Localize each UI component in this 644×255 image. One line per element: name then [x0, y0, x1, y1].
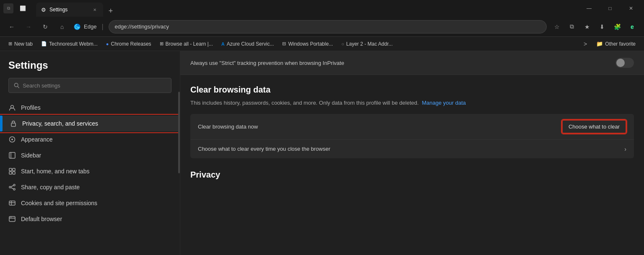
maximize-btn[interactable]: □ — [600, 2, 620, 15]
azure-icon: A — [221, 41, 225, 46]
sidebar-title: Settings — [0, 59, 180, 78]
choose-what-to-clear-btn[interactable]: Choose what to clear — [562, 120, 626, 134]
tab-close-btn[interactable]: ✕ — [91, 6, 98, 13]
bookmark-azure[interactable]: A Azure Cloud Servic... — [218, 40, 278, 48]
svg-rect-8 — [9, 168, 12, 171]
azure-label: Azure Cloud Servic... — [227, 41, 274, 47]
bookmark-technoresult[interactable]: 📄 Technoresult Webm... — [38, 40, 101, 48]
clear-browsing-now-row[interactable]: Clear browsing data now Choose what to c… — [190, 114, 634, 140]
clear-browsing-desc: This includes history, passwords, cookie… — [190, 99, 634, 107]
settings-tab-icon: ⚙ — [41, 7, 46, 13]
appearance-icon — [8, 136, 16, 143]
search-icon — [14, 82, 19, 88]
new-tab-label: New tab — [14, 41, 33, 47]
sidebar-item-default-browser[interactable]: Default browser — [0, 211, 180, 227]
bookmark-layer2[interactable]: ○ Layer 2 - Mac Addr... — [338, 40, 396, 48]
favorites-btn[interactable]: ☆ — [550, 20, 564, 33]
windows-portable-label: Windows Portable... — [288, 41, 333, 47]
sidebar-item-start-home[interactable]: Start, home, and new tabs — [0, 163, 180, 179]
svg-point-13 — [9, 186, 11, 188]
bookmarks-bar: ⊞ New tab 📄 Technoresult Webm... ● Chrom… — [0, 37, 644, 51]
clear-now-label: Clear browsing data now — [198, 124, 258, 130]
svg-rect-11 — [13, 172, 15, 174]
technoresult-icon: 📄 — [41, 41, 47, 46]
new-tab-icon: ⊞ — [8, 41, 12, 46]
sidebar-item-share-copy[interactable]: Share, copy and paste — [0, 179, 180, 195]
navbar: ← → ↻ ⌂ Edge | edge://settings/privacy ☆… — [0, 17, 644, 37]
tracking-prevention-toggle[interactable] — [615, 58, 634, 68]
bookmark-chrome-releases[interactable]: ● Chrome Releases — [103, 40, 155, 48]
bookmark-new-tab[interactable]: ⊞ New tab — [5, 40, 36, 48]
sidebar: Settings Profiles Privacy, search, and s… — [0, 51, 180, 255]
default-browser-label: Default browser — [21, 216, 62, 222]
sidebar-item-appearance[interactable]: Appearance — [0, 131, 180, 147]
bookmark-browse-all[interactable]: ⊞ Browse all - Learn |... — [156, 40, 216, 48]
cookies-label: Cookies and site permissions — [21, 200, 97, 206]
search-settings-input[interactable] — [23, 82, 166, 89]
browse-all-icon: ⊞ — [160, 41, 164, 46]
svg-rect-3 — [11, 123, 16, 126]
edge-logo-icon — [73, 23, 81, 31]
appearance-label: Appearance — [21, 136, 53, 143]
cookies-icon — [8, 199, 16, 207]
bookmark-windows-portable[interactable]: ⊟ Windows Portable... — [279, 40, 336, 48]
browser-essentials-btn[interactable]: e — [626, 20, 639, 33]
profiles-icon — [8, 104, 16, 111]
forward-btn[interactable]: → — [22, 20, 35, 33]
start-home-icon — [8, 167, 16, 175]
technoresult-label: Technoresult Webm... — [49, 41, 98, 47]
clear-on-close-label: Choose what to clear every time you clos… — [198, 146, 330, 152]
svg-rect-10 — [9, 172, 12, 174]
chrome-icon: ● — [106, 41, 109, 46]
refresh-btn[interactable]: ↻ — [39, 20, 52, 33]
browse-all-label: Browse all - Learn |... — [166, 41, 213, 47]
default-browser-icon — [8, 215, 16, 223]
clear-browsing-title: Clear browsing data — [190, 85, 634, 95]
svg-point-12 — [13, 184, 15, 186]
layer2-icon: ○ — [341, 41, 344, 46]
tab-overview-btn[interactable]: ⬜ — [16, 2, 29, 15]
svg-point-5 — [11, 139, 13, 140]
svg-point-23 — [11, 217, 12, 218]
svg-line-15 — [11, 185, 13, 187]
sidebar-scrollbar[interactable] — [178, 92, 180, 173]
collections-btn[interactable]: ★ — [580, 20, 594, 33]
sidebar-item-sidebar[interactable]: Sidebar — [0, 147, 180, 163]
svg-rect-9 — [13, 168, 15, 171]
privacy-title: Privacy — [190, 170, 634, 180]
content-area: Always use "Strict" tracking prevention … — [180, 51, 644, 255]
bookmark-other-favorites[interactable]: 📁 Other favorite — [593, 39, 639, 48]
folder-icon: 📁 — [596, 41, 603, 47]
share-copy-label: Share, copy and paste — [21, 184, 80, 191]
extensions-btn[interactable]: 🧩 — [610, 20, 624, 33]
sidebar-item-cookies[interactable]: Cookies and site permissions — [0, 195, 180, 211]
sidebar-item-privacy[interactable]: Privacy, search, and services — [0, 116, 180, 131]
tracking-prevention-label: Always use "Strict" tracking prevention … — [190, 60, 344, 66]
address-text: edge://settings/privacy — [115, 23, 169, 30]
chevron-right-icon: › — [624, 146, 626, 152]
bookmarks-more-btn[interactable]: > — [581, 39, 589, 49]
downloads-btn[interactable]: ⬇ — [595, 20, 609, 33]
search-box[interactable] — [8, 78, 171, 93]
address-bar[interactable]: edge://settings/privacy — [109, 20, 547, 33]
clear-on-close-row[interactable]: Choose what to clear every time you clos… — [190, 140, 634, 158]
svg-line-16 — [11, 188, 13, 189]
other-favorites-label: Other favorite — [605, 41, 636, 47]
close-btn[interactable]: ✕ — [621, 2, 641, 15]
new-tab-btn[interactable]: + — [105, 5, 117, 17]
svg-line-1 — [18, 86, 19, 88]
settings-tab[interactable]: ⚙ Settings ✕ — [36, 3, 103, 17]
settings-tab-label: Settings — [49, 7, 68, 13]
minimize-btn[interactable]: — — [579, 2, 599, 15]
split-screen-btn[interactable]: ⧉ — [565, 20, 579, 33]
previous-tabs-btn[interactable]: ⧉ — [3, 3, 13, 13]
profiles-label: Profiles — [21, 104, 41, 111]
sidebar-icon — [8, 152, 16, 159]
home-btn[interactable]: ⌂ — [55, 20, 69, 33]
manage-your-data-link[interactable]: Manage your data — [422, 100, 466, 106]
titlebar: ⧉ ⬜ ⚙ Settings ✕ + — □ ✕ — [0, 0, 644, 17]
sidebar-item-profiles[interactable]: Profiles — [0, 100, 180, 116]
svg-rect-17 — [9, 201, 15, 205]
privacy-section: Privacy — [180, 160, 644, 190]
back-btn[interactable]: ← — [5, 20, 18, 33]
